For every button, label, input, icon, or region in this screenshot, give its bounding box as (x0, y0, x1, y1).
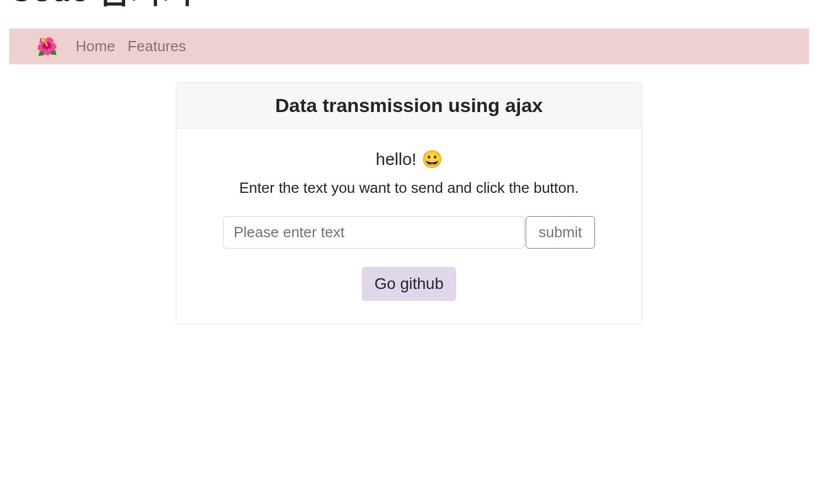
ajax-card: Data transmission using ajax hello! 😀 En… (176, 82, 642, 324)
input-row: submit (199, 216, 619, 249)
go-github-button[interactable]: Go github (362, 267, 456, 301)
hibiscus-icon: 🌺 (36, 38, 57, 55)
main-content: Data transmission using ajax hello! 😀 En… (0, 64, 818, 342)
greeting-text: hello! 😀 (199, 149, 619, 169)
text-input[interactable] (223, 216, 524, 249)
card-body: hello! 😀 Enter the text you want to send… (176, 129, 642, 324)
submit-button[interactable]: submit (526, 216, 596, 249)
instruction-text: Enter the text you want to send and clic… (199, 179, 619, 197)
nav-link-features[interactable]: Features (127, 38, 186, 55)
card-header: Data transmission using ajax (176, 83, 642, 129)
navbar: 🌺 Home Features (9, 28, 809, 64)
nav-link-home[interactable]: Home (76, 38, 115, 55)
page-title: Code 넘기기 (9, 0, 818, 23)
nav-links: Home Features (76, 38, 186, 55)
